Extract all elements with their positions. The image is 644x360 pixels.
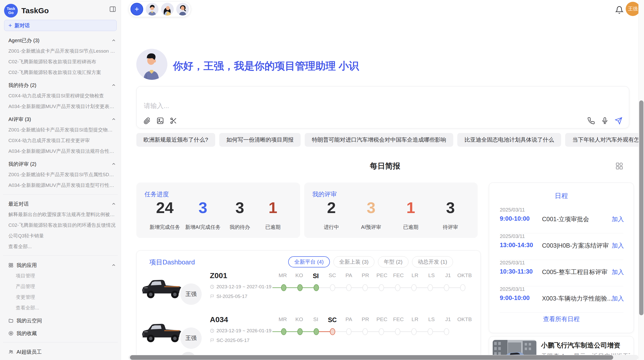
app-title: TaskGo [21, 6, 49, 15]
join-meeting-link[interactable]: 加入 [612, 242, 624, 250]
sidebar-item[interactable]: C0X4-动力总成开发项目SI里程碑提交物检查 [8, 93, 117, 99]
milestone-dot [395, 284, 400, 291]
suggestion-chip[interactable]: 欧洲新规最近颁布了什么? [136, 133, 215, 147]
suggestion-chip[interactable]: 如何写一份清晰的项目周报 [219, 133, 301, 147]
suggestion-chip[interactable]: 比亚迪全固态电池计划具体说了什么 [457, 133, 561, 147]
milestone-dot [444, 328, 449, 335]
vertical-scrollbar-thumb[interactable] [639, 100, 643, 315]
schedule-time: 13:00-14:30 [500, 242, 533, 249]
suggestion-chip[interactable]: 特朗普可能对进口汽车增税会对中国车企造成哪些影响 [305, 133, 453, 147]
join-meeting-link[interactable]: 加入 [612, 294, 624, 303]
agent-avatar-3[interactable] [176, 3, 189, 16]
app-screen: Task Go TaskGo + 新对话 Agent已办 (3) Z001-全新… [0, 0, 644, 360]
session-switcher [128, 1, 191, 17]
recent-view-all-link[interactable]: 查看全部... [8, 243, 117, 250]
project-code: Z001 [210, 271, 271, 280]
divider [3, 194, 118, 194]
chevron-up-icon[interactable] [111, 38, 116, 43]
sidebar-item[interactable]: Z001-全新燃油皮卡产品开发项目SI节点Lesson Learn报告 [8, 48, 117, 54]
tab-new-platform[interactable]: 全新平台 (4) [288, 256, 330, 267]
project-owner-badge: 王强 [180, 283, 202, 305]
milestone-dot-done [297, 284, 303, 291]
sidebar-item[interactable]: A034-全新新能源MUV产品开发项目法规符合性评审 [8, 148, 117, 155]
my-review-card: 我的评审 2 进行中 3 AI预评审 1 已逾期 3 待评审 [304, 183, 478, 238]
plus-icon: + [8, 22, 12, 28]
sidebar-item[interactable]: C02-飞腾新能源轻客改款项目立项汇报方案 [8, 69, 117, 76]
tab-new-body[interactable]: 全新上装 (3) [333, 256, 375, 267]
horizontal-scrollbar-thumb[interactable] [130, 355, 613, 360]
user-avatar[interactable]: 王强 [626, 2, 640, 16]
chevron-up-icon[interactable] [111, 263, 116, 268]
sidebar-item-favorites[interactable]: 我的收藏 [8, 330, 117, 337]
composer-left-icons [143, 117, 177, 125]
new-chat-button[interactable]: + 新对话 [4, 20, 117, 31]
sidebar-group-agent-done[interactable]: Agent已办 (3) [8, 37, 117, 44]
sidebar-item[interactable]: A034-全新新能源MUV产品开发项目造型可行性评审 [8, 182, 117, 189]
app-link-change-mgmt[interactable]: 变更管理 [16, 294, 117, 301]
join-meeting-link[interactable]: 加入 [612, 268, 624, 276]
schedule-item: 2025/03/11 13:00-14:30 C003|H0B-方案冻结评审 加… [489, 233, 634, 260]
sidebar-item-my-apps[interactable]: 我的应用 [8, 262, 117, 268]
milestone-dot [395, 328, 400, 335]
chat-input[interactable] [144, 101, 525, 111]
recent-chat-item[interactable]: 公司Q3轻卡销量 [8, 233, 117, 239]
assistant-avatar [136, 49, 167, 80]
milestone-dot [411, 328, 417, 335]
flag-icon [210, 338, 214, 343]
sidebar-item[interactable]: C02-飞腾新能源轻客改款项目里程碑画布 [8, 58, 117, 65]
stat-overdue: 1 已逾期 [259, 198, 287, 231]
view-all-schedule-link[interactable]: 查看所有日程 [489, 315, 634, 323]
sidebar-group-recent[interactable]: 最近对话 [8, 201, 117, 207]
milestone-timeline: MR KO SI SC PA PR PEC FEC LR LS J1 OKTB [272, 272, 473, 292]
project-flag-milestone: SI-2025-05-17 [216, 294, 247, 299]
sidebar-item[interactable]: Z001-全新燃油轻卡产品开发项目SI造型提交物评审 [8, 127, 117, 133]
suggestion-chip[interactable]: 当下年轻人对汽车外观有怎样的喜好趋势 [565, 133, 644, 147]
milestone-timeline: MR KO SI SC PA PR PEC FEC LR LS J1 OKTB [272, 316, 473, 336]
scissors-icon[interactable] [170, 117, 177, 125]
recent-chat-item[interactable]: C02-飞腾新能源轻客改款项目的闭环通告反馈情况 [8, 222, 117, 229]
microphone-icon[interactable] [601, 117, 609, 125]
project-vehicle-image [139, 273, 187, 302]
sidebar-item-ai-super-staff[interactable]: AI超级员工 [8, 349, 117, 355]
app-link-product-mgmt[interactable]: 产品管理 [16, 283, 117, 290]
sidebar-group-my-review[interactable]: 我的评审 (2) [8, 161, 117, 167]
sidebar-item[interactable]: C0X4-动力总成开发项目工程变更评审 [8, 137, 117, 144]
agent-avatar-1[interactable] [146, 3, 158, 16]
milestone-dot [460, 284, 465, 291]
layout-grid-icon[interactable] [615, 162, 624, 170]
sidebar-item[interactable]: A034-全新新能源MUV产品开发项目计划变更表编写 [8, 103, 117, 110]
schedule-item: 2025/03/11 9:00-10:00 C001-立项审批会 加入 [489, 207, 634, 233]
agent-avatar-2[interactable] [161, 3, 174, 16]
tab-model-year[interactable]: 年型 (2) [378, 256, 408, 267]
notifications-bell-icon[interactable] [615, 6, 624, 14]
chat-composer [136, 86, 629, 128]
milestone-dot [411, 284, 417, 291]
apps-view-all-link[interactable]: 查看全部... [16, 305, 117, 311]
project-row-z001[interactable]: 王强 Z001 2023-12-19 ~ 2027-01-19 SI-2025-… [137, 270, 481, 314]
send-icon[interactable] [615, 117, 622, 125]
phone-call-icon[interactable] [587, 117, 595, 125]
image-icon[interactable] [156, 117, 164, 125]
sidebar-group-ai-review[interactable]: AI评审 (3) [8, 116, 117, 123]
project-row-a034[interactable]: 王强 A034 2023-12-19 ~ 2026-01-19 SC-2025-… [137, 314, 481, 358]
recent-chat-item[interactable]: 解释最新出台的欧盟报废车法规再生塑料比例被调至15%... [8, 211, 117, 218]
attachment-icon[interactable] [143, 117, 151, 125]
project-dashboard-card: 项目Dashboard 全新平台 (4) 全新上装 (3) 年型 (2) 动总开… [136, 250, 481, 360]
sidebar-item-cloud-space[interactable]: 我的云空间 [8, 317, 117, 324]
add-session-button[interactable] [130, 3, 143, 16]
chevron-up-icon[interactable] [111, 161, 116, 167]
milestone-dot [330, 284, 335, 291]
milestone-dot-done [314, 284, 319, 291]
milestone-dot [379, 328, 384, 335]
chevron-up-icon[interactable] [111, 201, 116, 206]
join-meeting-link[interactable]: 加入 [612, 215, 624, 223]
sidebar-collapse-icon[interactable] [109, 6, 116, 13]
app-link-project-mgmt[interactable]: 项目管理 [16, 273, 117, 279]
sidebar-group-my-todo[interactable]: 我的待办 (2) [8, 82, 117, 88]
chevron-up-icon[interactable] [111, 117, 116, 122]
sidebar-item[interactable]: Z001-全新燃油轻卡产品开发项目SI节点属性5D文件评审 [8, 171, 117, 178]
project-flag-milestone: SC-2025-05-17 [216, 338, 250, 343]
tab-powertrain-dev[interactable]: 动总开发 (1) [412, 256, 453, 267]
chevron-up-icon[interactable] [111, 83, 116, 88]
star-circle-icon [8, 331, 13, 336]
